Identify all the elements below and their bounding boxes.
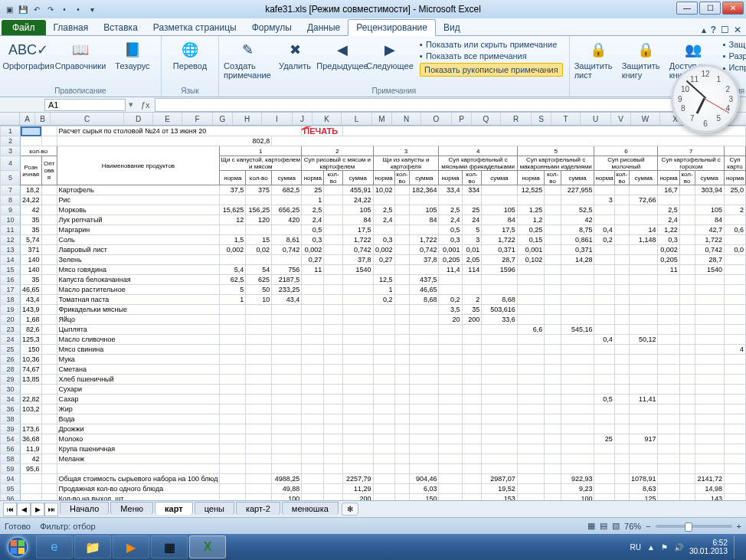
clock-gadget[interactable]: 12 3 6 9 1 2 4 5 7 8 10 11 [671, 64, 740, 133]
qat-dropdown-icon[interactable]: ▾ [86, 3, 98, 15]
maximize-button[interactable]: ☐ [699, 2, 721, 15]
worksheet-close-icon[interactable]: ✕ [734, 25, 741, 35]
taskbar-media[interactable]: ▶ [113, 535, 149, 558]
system-tray[interactable]: RU ▲ ⚑ 🔊 6:5230.01.2013 [630, 535, 746, 558]
new-sheet-button[interactable]: ✻ [342, 503, 358, 516]
column-header[interactable]: G [213, 113, 233, 125]
qat-icon[interactable]: • [58, 3, 70, 15]
column-header[interactable]: N [392, 113, 421, 125]
taskbar-excel[interactable]: X [189, 535, 226, 558]
ribbon-minimize-icon[interactable]: ▴ [702, 25, 706, 35]
sheet-nav-prev[interactable]: ◀ [17, 503, 31, 516]
column-header[interactable]: F [182, 113, 213, 125]
view-normal-icon[interactable]: ▦ [587, 521, 595, 531]
worksheet-grid[interactable]: 1Расчет сырья по столовой №24 от 13 июня… [0, 126, 746, 500]
column-header[interactable]: K [312, 113, 342, 125]
ribbon-button[interactable]: 🌐Перевод [166, 39, 214, 70]
sheet-tab[interactable]: Меню [110, 502, 153, 515]
column-header[interactable]: P [452, 113, 472, 125]
column-header[interactable]: C [51, 113, 124, 125]
column-header[interactable]: W [631, 113, 660, 125]
sheet-nav-last[interactable]: ⏭ [44, 503, 58, 516]
name-box[interactable]: A1 [44, 99, 126, 111]
redo-icon[interactable]: ↷ [44, 3, 57, 15]
group-language: 🌐Перевод Язык [162, 36, 219, 97]
column-header[interactable]: T [551, 113, 581, 125]
ribbon-button[interactable]: 📖Справочники [57, 39, 104, 70]
zoom-in-button[interactable]: + [737, 522, 741, 531]
column-header[interactable]: S [532, 113, 551, 125]
column-header[interactable]: I [262, 113, 293, 125]
tray-icon[interactable]: ⚑ [661, 543, 668, 552]
column-header[interactable]: M [372, 113, 392, 125]
ribbon-button[interactable]: ◀Предыдущее [319, 39, 366, 80]
file-tab[interactable]: Файл [2, 20, 46, 35]
help-icon[interactable]: ? [711, 25, 716, 35]
fx-icon[interactable]: ƒx [136, 100, 155, 110]
ribbon-button[interactable]: 📘Тезаурус [109, 39, 156, 70]
column-header[interactable]: V [611, 113, 631, 125]
ribbon-button[interactable]: 🔒Защитить книгу [622, 39, 669, 80]
column-header[interactable]: R [501, 113, 532, 125]
ribbon-tab[interactable]: Данные [299, 20, 348, 35]
show-desktop-button[interactable] [734, 535, 741, 558]
taskbar-app[interactable]: ▦ [151, 535, 188, 558]
view-layout-icon[interactable]: ▤ [600, 521, 607, 531]
column-header[interactable]: A [20, 113, 35, 125]
qat-icon[interactable]: • [72, 3, 84, 15]
ribbon-button[interactable]: ✖Удалить [271, 39, 319, 80]
sheet-tab[interactable]: менюшка [282, 502, 339, 515]
sheet-tab[interactable]: карт-2 [236, 502, 280, 515]
column-header[interactable]: L [342, 113, 372, 125]
sheet-tab[interactable]: карт [155, 502, 193, 515]
tray-icon[interactable]: ▲ [647, 543, 655, 552]
zoom-out-button[interactable]: − [646, 522, 650, 531]
sheet-nav-first[interactable]: ⏮ [3, 503, 17, 516]
sheet-tab[interactable]: Начало [60, 502, 109, 515]
ribbon-button[interactable]: ABC✓Орфография [5, 39, 52, 70]
ribbon-tab[interactable]: Разметка страницы [146, 20, 244, 35]
ribbon-item[interactable]: ▪Показать все примечания [418, 51, 564, 61]
zoom-slider[interactable] [656, 525, 732, 528]
taskbar-clock[interactable]: 6:5230.01.2013 [689, 539, 728, 555]
ribbon-item[interactable]: ▪Защитить книгу и дать общий доступ [721, 39, 746, 50]
minimize-button[interactable]: — [676, 2, 698, 15]
column-header[interactable]: J [293, 113, 312, 125]
ribbon-item[interactable]: Показать рукописные примечания [418, 62, 564, 77]
ribbon-tab[interactable]: Вставка [96, 20, 146, 35]
print-button[interactable]: ПЕЧАТЬ [303, 126, 338, 136]
tray-icon[interactable]: 🔊 [674, 543, 683, 552]
window-restore-icon[interactable]: ☐ [721, 25, 729, 35]
ribbon-button[interactable]: 🔒Защитить лист [574, 39, 622, 80]
select-all-corner[interactable] [0, 113, 20, 125]
column-header[interactable]: O [421, 113, 452, 125]
column-header[interactable]: B [35, 113, 51, 125]
lang-indicator[interactable]: RU [630, 543, 641, 552]
sheet-nav-next[interactable]: ▶ [31, 503, 44, 516]
ribbon-tab[interactable]: Формулы [244, 20, 299, 35]
namebox-dropdown-icon[interactable]: ▾ [126, 100, 136, 110]
ribbon-item[interactable]: ▪Разрешить изменение диапазонов [721, 51, 746, 61]
ribbon-button[interactable]: ✎Создать примечание [224, 39, 271, 80]
ribbon-item[interactable]: ▪Показать или скрыть примечание [418, 39, 564, 50]
undo-icon[interactable]: ↶ [31, 3, 43, 15]
sheet-tab[interactable]: цены [195, 502, 234, 515]
ribbon-tab[interactable]: Вид [436, 20, 468, 35]
zoom-level[interactable]: 76% [624, 522, 641, 531]
save-icon[interactable]: 💾 [17, 3, 29, 15]
ribbon-tab[interactable]: Главная [46, 20, 97, 35]
formula-input[interactable] [155, 98, 732, 112]
ribbon-button[interactable]: ▶Следующее [366, 39, 414, 80]
column-header[interactable]: H [233, 113, 262, 125]
start-button[interactable] [0, 534, 35, 560]
taskbar-explorer[interactable]: 📁 [74, 535, 111, 558]
column-header[interactable]: U [581, 113, 611, 125]
view-pagebreak-icon[interactable]: ▧ [612, 521, 620, 531]
windows-taskbar: e 📁 ▶ ▦ X RU ▲ ⚑ 🔊 6:5230.01.2013 [0, 534, 746, 560]
close-button[interactable]: ✕ [722, 2, 744, 15]
taskbar-ie[interactable]: e [36, 535, 73, 558]
ribbon-tab[interactable]: Рецензирование [348, 19, 436, 36]
column-header[interactable]: E [153, 113, 182, 125]
column-header[interactable]: D [124, 113, 153, 125]
column-header[interactable]: Q [472, 113, 501, 125]
